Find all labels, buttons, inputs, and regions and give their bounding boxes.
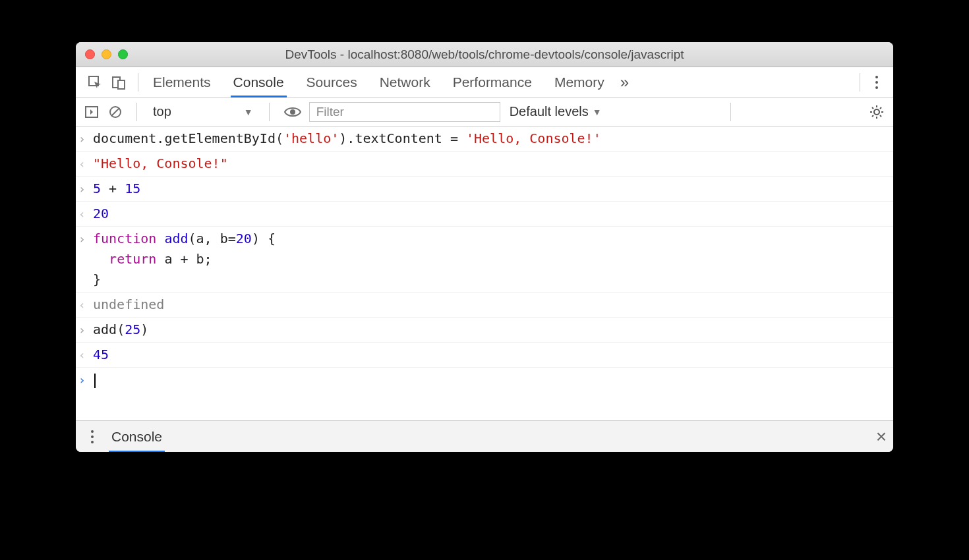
svg-line-16 (880, 107, 881, 109)
close-window-button[interactable] (85, 49, 95, 59)
console-toolbar: top ▼ Default levels ▼ (76, 98, 893, 126)
drawer-menu-button[interactable] (82, 427, 102, 447)
drawer-close-button[interactable]: × (876, 428, 887, 446)
filter-input[interactable] (309, 102, 500, 122)
device-toolbar-icon[interactable] (111, 75, 126, 90)
output-marker-icon: ‹ (78, 294, 93, 314)
output-marker-icon: ‹ (78, 345, 93, 364)
console-log[interactable]: ›document.getElementById('hello').textCo… (76, 126, 893, 420)
svg-line-6 (111, 108, 119, 116)
svg-line-14 (880, 115, 881, 117)
text-cursor (94, 374, 96, 388)
minimize-window-button[interactable] (102, 49, 111, 59)
tab-network[interactable]: Network (378, 68, 432, 97)
devtools-menu-button[interactable] (867, 72, 887, 92)
tab-memory[interactable]: Memory (553, 68, 606, 97)
drawer-tab-console[interactable]: Console (109, 422, 165, 451)
titlebar: DevTools - localhost:8080/web/tools/chro… (76, 42, 893, 67)
console-settings-icon[interactable] (867, 103, 887, 121)
window-controls (85, 49, 128, 59)
console-row-content: 45 (93, 345, 889, 365)
svg-point-7 (290, 109, 295, 115)
console-row-content: add(25) (93, 320, 889, 340)
drawer: Console × (76, 420, 893, 452)
prompt-marker-icon: › (78, 370, 93, 389)
input-marker-icon: › (78, 320, 93, 339)
svg-rect-2 (118, 80, 125, 89)
tab-performance[interactable]: Performance (452, 68, 533, 97)
toggle-sidebar-icon[interactable] (82, 104, 101, 120)
tabs-overflow-button[interactable]: » (620, 73, 629, 92)
console-row-content: function add(a, b=20) { return a + b; } (93, 229, 889, 290)
console-input-row: ›function add(a, b=20) { return a + b; } (76, 227, 893, 293)
console-input-row: ›add(25) (76, 318, 893, 343)
input-marker-icon: › (78, 179, 93, 198)
tab-console[interactable]: Console (232, 68, 285, 97)
log-levels-select[interactable]: Default levels ▼ (510, 104, 602, 119)
main-tabs: ElementsConsoleSourcesNetworkPerformance… (152, 68, 606, 97)
output-marker-icon: ‹ (78, 154, 93, 173)
tabs-left-controls (82, 75, 131, 90)
console-prompt-row[interactable]: › (76, 368, 893, 392)
output-marker-icon: ‹ (78, 204, 93, 223)
console-input-row: ›document.getElementById('hello').textCo… (76, 126, 893, 152)
console-input-row: ›5 + 15 (76, 177, 893, 202)
context-select-value: top (153, 104, 171, 119)
separator (136, 103, 137, 121)
console-prompt-input[interactable] (93, 370, 889, 390)
tab-elements[interactable]: Elements (152, 68, 212, 97)
separator (860, 73, 860, 92)
tab-sources[interactable]: Sources (305, 68, 359, 97)
tabs-right-controls (853, 72, 887, 92)
console-row-content: undefined (93, 294, 889, 315)
console-row-content: "Hello, Console!" (93, 154, 889, 174)
svg-point-8 (874, 109, 879, 115)
svg-line-15 (872, 115, 873, 117)
execution-context-select[interactable]: top ▼ (149, 104, 257, 119)
clear-console-icon[interactable] (106, 104, 125, 120)
console-output-row: ‹"Hello, Console!" (76, 152, 893, 177)
separator (730, 103, 731, 121)
main-tabs-row: ElementsConsoleSourcesNetworkPerformance… (76, 67, 893, 98)
devtools-window: DevTools - localhost:8080/web/tools/chro… (76, 42, 893, 452)
separator (269, 103, 270, 121)
separator (138, 73, 138, 92)
console-output-row: ‹45 (76, 343, 893, 368)
window-title: DevTools - localhost:8080/web/tools/chro… (76, 47, 893, 62)
chevron-down-icon: ▼ (593, 107, 602, 117)
levels-select-label: Default levels (510, 104, 589, 119)
console-output-row: ‹undefined (76, 293, 893, 318)
input-marker-icon: › (78, 229, 93, 248)
live-expression-icon[interactable] (281, 104, 304, 120)
input-marker-icon: › (78, 128, 93, 148)
console-row-content: document.getElementById('hello').textCon… (93, 128, 889, 149)
zoom-window-button[interactable] (118, 49, 128, 59)
chevron-down-icon: ▼ (244, 107, 253, 117)
console-row-content: 5 + 15 (93, 179, 889, 199)
console-row-content: 20 (93, 204, 889, 224)
console-output-row: ‹20 (76, 202, 893, 227)
inspect-element-icon[interactable] (88, 75, 102, 90)
svg-line-13 (872, 107, 873, 109)
